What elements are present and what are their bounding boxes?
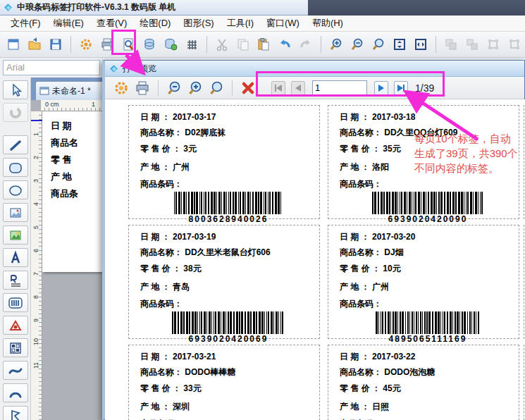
gear-icon	[79, 37, 93, 51]
open-button[interactable]	[25, 35, 44, 54]
fit-page-icon	[393, 37, 407, 51]
annotation-text: 每页10个标签，自动 生成了39页，共390个 不同内容的标签。	[414, 131, 525, 175]
zoom-in-icon	[329, 37, 343, 51]
database-button[interactable]	[140, 35, 159, 54]
preview-zoom-out-button[interactable]	[165, 79, 183, 97]
unlock-selection-icon	[507, 37, 521, 51]
font-family-combo[interactable]: Arial	[3, 60, 100, 75]
arc-icon	[8, 386, 23, 400]
rounded-rect-icon	[8, 161, 23, 175]
menu-window[interactable]: 窗口(W)	[260, 16, 306, 31]
zoom-in-button[interactable]	[326, 35, 346, 54]
menubar: 文件(F) 编辑(E) 查看(V) 绘图(D) 图形(S) 工具(I) 窗口(W…	[0, 16, 525, 32]
ellipse-tool-button[interactable]	[3, 180, 28, 199]
image-frame-icon	[8, 206, 23, 220]
grid-button[interactable]	[182, 35, 202, 54]
undo-icon	[278, 37, 292, 51]
image-tool-button[interactable]	[3, 203, 28, 222]
print-button[interactable]	[133, 79, 152, 97]
field-label-barcode: 商品条码：	[340, 178, 382, 190]
canvas-text-line: 商品名	[51, 137, 78, 149]
menu-help[interactable]: 帮助(H)	[306, 16, 350, 31]
barcode-tool-button[interactable]	[3, 293, 28, 312]
label-canvas[interactable]: 日 期商品名零 售产 地商品条	[42, 111, 102, 272]
titlebar: 中琅条码标签打印软件-V6.3.1 数码版 单机	[0, 0, 525, 16]
lock-button[interactable]	[483, 35, 503, 54]
zoom-button[interactable]	[369, 35, 388, 54]
shape-tool-button[interactable]	[3, 316, 28, 335]
print-settings-button[interactable]	[112, 79, 130, 97]
group-icon	[444, 37, 458, 51]
toolbar-separator	[321, 36, 321, 53]
label-name-value: DJ烟	[384, 247, 403, 257]
picture-icon	[8, 228, 23, 242]
picture-tool-button[interactable]	[3, 226, 28, 245]
titlebar-dark-region	[308, 0, 525, 16]
window-title: 中琅条码标签打印软件-V6.3.1 数码版 单机	[17, 1, 175, 13]
menu-edit[interactable]: 编辑(E)	[47, 16, 90, 31]
tool-palette	[0, 78, 31, 420]
barcode-image	[368, 311, 488, 334]
field-label-date: 日 期 ：	[140, 351, 171, 363]
copy-icon	[236, 37, 250, 51]
preview-zoom-button[interactable]	[207, 79, 226, 97]
ungroup-button[interactable]	[462, 35, 482, 54]
close-preview-button[interactable]	[239, 79, 257, 97]
preview-zoom-in-button[interactable]	[186, 79, 204, 97]
arc-tool-button[interactable]	[3, 383, 28, 402]
print-preview-dialog: 打印预览 1/39 日 期 ： 2017-03-17	[102, 60, 525, 420]
fit-page-button[interactable]	[390, 35, 409, 54]
field-label-name: 商品名称：	[340, 127, 382, 139]
text-tool-button[interactable]	[3, 248, 28, 267]
rounded-rect-tool-button[interactable]	[3, 158, 28, 177]
menu-file[interactable]: 文件(F)	[4, 16, 47, 31]
database-link-button[interactable]	[161, 35, 180, 54]
group-button[interactable]	[441, 35, 461, 54]
close-icon	[240, 80, 256, 96]
database-icon	[142, 37, 156, 51]
fit-selection-button[interactable]	[411, 35, 431, 54]
zoom-icon	[371, 37, 385, 51]
label-origin-value: 广州	[372, 282, 389, 292]
unlock-button[interactable]	[505, 35, 524, 54]
document-tab[interactable]: 未命名-1 *	[35, 81, 102, 100]
field-label-barcode: 商品条码：	[140, 298, 183, 310]
label-origin-value: 广州	[173, 162, 190, 172]
barcode-number: 8003628940026	[168, 214, 288, 224]
undo-button[interactable]	[275, 35, 295, 54]
rich-text-tool-button[interactable]	[3, 271, 28, 290]
label-card: 日 期 ： 2017-03-19 商品名称： DD久里米老鼠台灯606 零 售 …	[128, 225, 320, 339]
copy-button[interactable]	[233, 35, 253, 54]
paste-button[interactable]	[254, 35, 273, 54]
menu-shape[interactable]: 图形(S)	[177, 16, 220, 31]
menu-draw[interactable]: 绘图(D)	[133, 16, 177, 31]
line-tool-button[interactable]	[3, 135, 28, 154]
app-logo-icon	[3, 2, 13, 13]
field-label-name: 商品名称：	[140, 127, 183, 139]
field-label-date: 日 期 ：	[340, 351, 370, 363]
toolbar-separator	[436, 36, 436, 53]
v-ruler-number: 2	[32, 151, 39, 159]
select-tool-button[interactable]	[3, 80, 28, 99]
qrcode-tool-button[interactable]	[3, 338, 28, 357]
settings-button[interactable]	[76, 35, 96, 54]
label-name-value: DODO棒棒糖	[185, 367, 235, 377]
redo-button[interactable]	[296, 35, 316, 54]
curve-tool-button[interactable]	[3, 361, 28, 380]
polygon-tool-button[interactable]	[3, 406, 28, 420]
cut-button[interactable]	[212, 35, 232, 54]
label-price-value: 3元	[183, 144, 197, 154]
new-document-button[interactable]	[4, 35, 23, 54]
field-label-price: 零 售 价 ：	[340, 263, 381, 275]
menu-view[interactable]: 查看(V)	[90, 16, 133, 31]
barcode-image	[168, 192, 288, 214]
menu-tools[interactable]: 工具(I)	[221, 16, 260, 31]
zoom-out-button[interactable]	[347, 35, 367, 54]
label-price-value: 38元	[183, 264, 201, 273]
dialog-title: 打印预览	[123, 63, 156, 75]
toolbar-separator	[70, 36, 71, 53]
format-bar: Arial	[0, 58, 102, 78]
save-button[interactable]	[46, 35, 66, 54]
rotate-tool-button[interactable]	[3, 103, 28, 122]
field-label-origin: 产 地 ：	[140, 161, 171, 173]
